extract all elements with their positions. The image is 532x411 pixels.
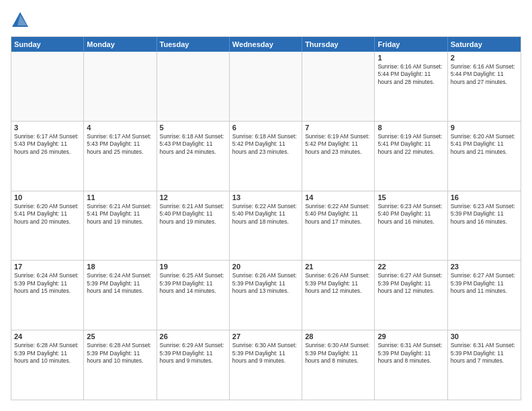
day-info: Sunrise: 6:29 AM Sunset: 5:39 PM Dayligh… [160,342,226,365]
logo [11,11,32,30]
day-number: 26 [160,332,226,340]
day-number: 25 [87,332,153,340]
calendar-cell: 25Sunrise: 6:28 AM Sunset: 5:39 PM Dayli… [84,330,157,400]
day-number: 14 [305,193,371,201]
day-number: 21 [305,263,371,271]
calendar-cell: 29Sunrise: 6:31 AM Sunset: 5:39 PM Dayli… [375,330,447,400]
calendar-cell: 4Sunrise: 6:17 AM Sunset: 5:43 PM Daylig… [84,122,157,191]
calendar-cell: 6Sunrise: 6:18 AM Sunset: 5:42 PM Daylig… [230,122,302,191]
day-number: 23 [451,263,518,271]
day-info: Sunrise: 6:16 AM Sunset: 5:44 PM Dayligh… [451,63,518,86]
header-day-monday: Monday [84,37,157,52]
calendar: SundayMondayTuesdayWednesdayThursdayFrid… [11,36,521,400]
day-number: 29 [378,332,444,340]
calendar-cell: 27Sunrise: 6:30 AM Sunset: 5:39 PM Dayli… [230,330,302,400]
header-day-thursday: Thursday [302,37,375,52]
day-info: Sunrise: 6:26 AM Sunset: 5:39 PM Dayligh… [232,272,299,295]
day-info: Sunrise: 6:21 AM Sunset: 5:40 PM Dayligh… [160,203,226,226]
day-number: 10 [14,193,81,201]
calendar-body: 1Sunrise: 6:16 AM Sunset: 5:44 PM Daylig… [11,52,521,400]
day-info: Sunrise: 6:28 AM Sunset: 5:39 PM Dayligh… [14,342,81,365]
day-info: Sunrise: 6:30 AM Sunset: 5:39 PM Dayligh… [305,342,371,365]
calendar-cell [302,52,375,121]
calendar-cell: 23Sunrise: 6:27 AM Sunset: 5:39 PM Dayli… [448,261,521,330]
calendar-cell: 3Sunrise: 6:17 AM Sunset: 5:43 PM Daylig… [11,122,84,191]
day-info: Sunrise: 6:17 AM Sunset: 5:43 PM Dayligh… [87,133,153,156]
day-number: 1 [378,54,444,62]
calendar-cell: 8Sunrise: 6:19 AM Sunset: 5:41 PM Daylig… [375,122,447,191]
calendar-cell: 14Sunrise: 6:22 AM Sunset: 5:40 PM Dayli… [302,191,375,261]
day-number: 8 [378,124,444,132]
calendar-cell: 19Sunrise: 6:25 AM Sunset: 5:39 PM Dayli… [157,261,230,330]
day-info: Sunrise: 6:18 AM Sunset: 5:43 PM Dayligh… [160,133,226,156]
day-number: 12 [160,193,226,201]
header [11,11,521,30]
day-number: 27 [232,332,299,340]
day-number: 30 [451,332,518,340]
calendar-cell: 2Sunrise: 6:16 AM Sunset: 5:44 PM Daylig… [448,52,521,121]
calendar-row-3: 10Sunrise: 6:20 AM Sunset: 5:41 PM Dayli… [11,191,521,261]
calendar-cell: 12Sunrise: 6:21 AM Sunset: 5:40 PM Dayli… [157,191,230,261]
day-number: 15 [378,193,444,201]
calendar-cell: 13Sunrise: 6:22 AM Sunset: 5:40 PM Dayli… [230,191,302,261]
day-info: Sunrise: 6:20 AM Sunset: 5:41 PM Dayligh… [14,203,81,226]
calendar-cell [230,52,302,121]
calendar-cell: 10Sunrise: 6:20 AM Sunset: 5:41 PM Dayli… [11,191,84,261]
calendar-cell: 1Sunrise: 6:16 AM Sunset: 5:44 PM Daylig… [375,52,447,121]
day-number: 9 [451,124,518,132]
day-info: Sunrise: 6:24 AM Sunset: 5:39 PM Dayligh… [14,272,81,295]
calendar-cell: 15Sunrise: 6:23 AM Sunset: 5:40 PM Dayli… [375,191,447,261]
day-info: Sunrise: 6:23 AM Sunset: 5:39 PM Dayligh… [451,203,518,226]
day-number: 3 [14,124,81,132]
day-info: Sunrise: 6:18 AM Sunset: 5:42 PM Dayligh… [232,133,299,156]
calendar-cell [11,52,84,121]
calendar-header: SundayMondayTuesdayWednesdayThursdayFrid… [11,37,521,52]
calendar-cell: 7Sunrise: 6:19 AM Sunset: 5:42 PM Daylig… [302,122,375,191]
header-day-wednesday: Wednesday [230,37,302,52]
day-info: Sunrise: 6:17 AM Sunset: 5:43 PM Dayligh… [14,133,81,156]
day-number: 13 [232,193,299,201]
day-info: Sunrise: 6:31 AM Sunset: 5:39 PM Dayligh… [451,342,518,365]
day-info: Sunrise: 6:25 AM Sunset: 5:39 PM Dayligh… [160,272,226,295]
header-day-sunday: Sunday [11,37,84,52]
day-number: 20 [232,263,299,271]
page: SundayMondayTuesdayWednesdayThursdayFrid… [0,0,532,411]
day-number: 18 [87,263,153,271]
calendar-row-2: 3Sunrise: 6:17 AM Sunset: 5:43 PM Daylig… [11,121,521,191]
day-info: Sunrise: 6:22 AM Sunset: 5:40 PM Dayligh… [305,203,371,226]
day-info: Sunrise: 6:26 AM Sunset: 5:39 PM Dayligh… [305,272,371,295]
day-info: Sunrise: 6:19 AM Sunset: 5:41 PM Dayligh… [378,133,444,156]
day-number: 6 [232,124,299,132]
calendar-cell: 26Sunrise: 6:29 AM Sunset: 5:39 PM Dayli… [157,330,230,400]
calendar-cell: 5Sunrise: 6:18 AM Sunset: 5:43 PM Daylig… [157,122,230,191]
calendar-cell: 16Sunrise: 6:23 AM Sunset: 5:39 PM Dayli… [448,191,521,261]
day-info: Sunrise: 6:30 AM Sunset: 5:39 PM Dayligh… [232,342,299,365]
logo-icon [11,11,30,30]
calendar-row-5: 24Sunrise: 6:28 AM Sunset: 5:39 PM Dayli… [11,330,521,400]
calendar-cell: 28Sunrise: 6:30 AM Sunset: 5:39 PM Dayli… [302,330,375,400]
calendar-row-1: 1Sunrise: 6:16 AM Sunset: 5:44 PM Daylig… [11,52,521,121]
calendar-cell: 18Sunrise: 6:24 AM Sunset: 5:39 PM Dayli… [84,261,157,330]
day-number: 28 [305,332,371,340]
day-number: 2 [451,54,518,62]
day-info: Sunrise: 6:21 AM Sunset: 5:41 PM Dayligh… [87,203,153,226]
day-info: Sunrise: 6:28 AM Sunset: 5:39 PM Dayligh… [87,342,153,365]
calendar-cell: 11Sunrise: 6:21 AM Sunset: 5:41 PM Dayli… [84,191,157,261]
calendar-cell: 21Sunrise: 6:26 AM Sunset: 5:39 PM Dayli… [302,261,375,330]
day-info: Sunrise: 6:23 AM Sunset: 5:40 PM Dayligh… [378,203,444,226]
calendar-cell: 24Sunrise: 6:28 AM Sunset: 5:39 PM Dayli… [11,330,84,400]
day-info: Sunrise: 6:24 AM Sunset: 5:39 PM Dayligh… [87,272,153,295]
day-number: 19 [160,263,226,271]
day-info: Sunrise: 6:16 AM Sunset: 5:44 PM Dayligh… [378,63,444,86]
day-info: Sunrise: 6:22 AM Sunset: 5:40 PM Dayligh… [232,203,299,226]
day-number: 11 [87,193,153,201]
header-day-tuesday: Tuesday [157,37,230,52]
calendar-cell: 20Sunrise: 6:26 AM Sunset: 5:39 PM Dayli… [230,261,302,330]
calendar-cell: 17Sunrise: 6:24 AM Sunset: 5:39 PM Dayli… [11,261,84,330]
calendar-cell: 22Sunrise: 6:27 AM Sunset: 5:39 PM Dayli… [375,261,447,330]
day-number: 4 [87,124,153,132]
calendar-cell [84,52,157,121]
day-number: 22 [378,263,444,271]
header-day-friday: Friday [375,37,447,52]
day-info: Sunrise: 6:20 AM Sunset: 5:41 PM Dayligh… [451,133,518,156]
